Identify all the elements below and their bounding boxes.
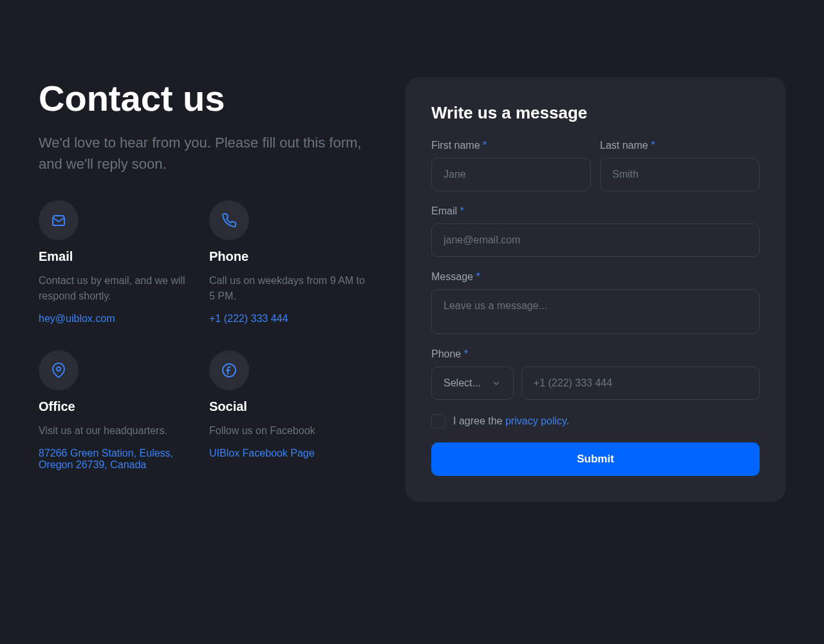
map-pin-icon [39, 350, 79, 390]
email-label: Email * [431, 205, 760, 217]
info-link-social[interactable]: UIBlox Facebook Page [209, 448, 367, 459]
info-card-phone: Phone Call us on weekdays from 9 AM to 5… [209, 200, 367, 325]
info-link-phone[interactable]: +1 (222) 333 444 [209, 313, 367, 325]
message-textarea[interactable] [431, 289, 760, 334]
mail-icon [39, 200, 79, 240]
info-description-email: Contact us by email, and we will respond… [39, 273, 196, 304]
info-title-email: Email [39, 249, 196, 264]
chevron-down-icon [491, 378, 501, 388]
info-description-office: Visit us at our headquarters. [39, 423, 196, 439]
last-name-input[interactable] [600, 158, 760, 191]
info-title-phone: Phone [209, 249, 367, 264]
last-name-label: Last name * [600, 140, 760, 151]
page-description: We'd love to hear from you. Please fill … [39, 132, 367, 175]
form-title: Write us a message [431, 103, 760, 123]
info-description-social: Follow us on Facebook [209, 423, 367, 439]
first-name-input[interactable] [431, 158, 591, 191]
info-description-phone: Call us on weekdays from 9 AM to 5 PM. [209, 273, 367, 304]
info-link-office[interactable]: 87266 Green Station, Euless, Oregon 2673… [39, 448, 196, 471]
agreement-checkbox[interactable] [431, 414, 445, 428]
info-link-email[interactable]: hey@uiblox.com [39, 313, 196, 325]
select-label: Select... [444, 377, 481, 389]
phone-input[interactable] [521, 366, 760, 400]
phone-country-select[interactable]: Select... [431, 366, 514, 400]
agreement-label: I agree the privacy policy. [453, 415, 569, 427]
phone-label: Phone * [431, 348, 760, 360]
info-title-office: Office [39, 399, 196, 414]
facebook-icon [209, 350, 249, 390]
privacy-policy-link[interactable]: privacy policy [505, 415, 566, 426]
email-input[interactable] [431, 223, 760, 257]
info-card-social: Social Follow us on Facebook UIBlox Face… [209, 350, 367, 471]
message-label: Message * [431, 271, 760, 283]
info-card-office: Office Visit us at our headquarters. 872… [39, 350, 196, 471]
phone-icon [209, 200, 249, 240]
info-card-email: Email Contact us by email, and we will r… [39, 200, 196, 325]
page-title: Contact us [39, 77, 367, 119]
first-name-label: First name * [431, 140, 591, 151]
submit-button[interactable]: Submit [431, 442, 760, 476]
svg-point-0 [57, 367, 61, 371]
info-title-social: Social [209, 399, 367, 414]
